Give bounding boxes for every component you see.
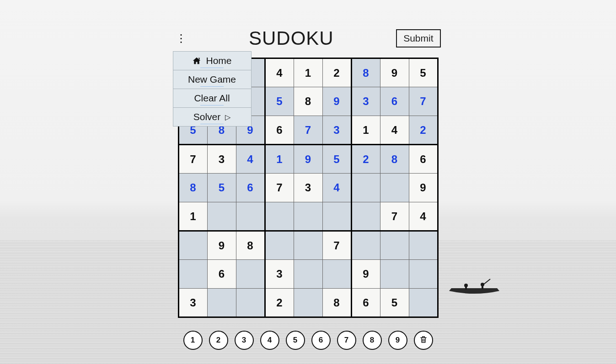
cell-r1-c4[interactable]: 4 [265,58,294,87]
cell-r8-c5[interactable] [294,260,322,289]
cell-r4-c5[interactable]: 9 [294,145,322,174]
menu-item-new-game-label: New Game [188,74,236,85]
trash-icon [419,335,428,346]
dropdown-menu: Home New Game Clear All Solver ▷ [173,51,252,127]
cell-r7-c9[interactable] [409,231,438,260]
cell-r7-c2[interactable]: 9 [207,231,236,260]
cell-r6-c5[interactable] [294,202,322,231]
cell-r8-c6[interactable] [322,260,351,289]
cell-r5-c4[interactable]: 7 [265,174,294,202]
menu-item-home-label: Home [206,55,231,66]
cell-r9-c1[interactable]: 3 [178,289,207,317]
cell-r7-c4[interactable] [265,231,294,260]
cell-r4-c8[interactable]: 8 [380,145,409,174]
cell-r7-c1[interactable] [178,231,207,260]
cell-r4-c9[interactable]: 6 [409,145,438,174]
cell-r6-c6[interactable] [322,202,351,231]
cell-r1-c9[interactable]: 5 [409,58,438,87]
numpad-8[interactable]: 8 [363,331,382,350]
cell-r9-c7[interactable]: 6 [351,289,380,317]
header: ⋮ SUDOKU Submit Home New Game Clear All … [176,27,441,49]
cell-r2-c8[interactable]: 6 [380,87,409,116]
cell-r6-c2[interactable] [207,202,236,231]
cell-r9-c3[interactable] [236,289,265,317]
menu-item-new-game[interactable]: New Game [173,70,252,89]
submit-button[interactable]: Submit [396,29,440,47]
cell-r9-c2[interactable] [207,289,236,317]
menu-item-home[interactable]: Home [173,51,252,70]
cell-r4-c7[interactable]: 2 [351,145,380,174]
cell-r3-c7[interactable]: 1 [351,116,380,145]
cell-r6-c7[interactable] [351,202,380,231]
cell-r6-c3[interactable] [236,202,265,231]
triangle-right-icon: ▷ [225,113,230,121]
numpad-3[interactable]: 3 [235,331,254,350]
menu-item-solver[interactable]: Solver ▷ [173,108,252,127]
home-icon [192,57,201,65]
cell-r1-c7[interactable]: 8 [351,58,380,87]
numpad-9[interactable]: 9 [388,331,407,350]
cell-r8-c8[interactable] [380,260,409,289]
cell-r7-c7[interactable] [351,231,380,260]
cell-r6-c9[interactable]: 4 [409,202,438,231]
menu-item-clear-all[interactable]: Clear All [173,89,252,108]
cell-r2-c7[interactable]: 3 [351,87,380,116]
cell-r5-c2[interactable]: 5 [207,174,236,202]
cell-r5-c3[interactable]: 6 [236,174,265,202]
cell-r7-c3[interactable]: 8 [236,231,265,260]
cell-r3-c5[interactable]: 7 [294,116,322,145]
kebab-icon: ⋮ [176,32,187,45]
cell-r6-c8[interactable]: 7 [380,202,409,231]
cell-r4-c4[interactable]: 1 [265,145,294,174]
cell-r2-c5[interactable]: 8 [294,87,322,116]
cell-r8-c7[interactable]: 9 [351,260,380,289]
cell-r5-c8[interactable] [380,174,409,202]
page-title: SUDOKU [187,27,396,49]
cell-r4-c2[interactable]: 3 [207,145,236,174]
numpad-2[interactable]: 2 [209,331,228,350]
cell-r1-c8[interactable]: 9 [380,58,409,87]
cell-r2-c4[interactable]: 5 [265,87,294,116]
cell-r1-c5[interactable]: 1 [294,58,322,87]
cell-r8-c1[interactable] [178,260,207,289]
number-pad: 1 2 3 4 5 6 7 8 9 [183,331,433,350]
cell-r9-c4[interactable]: 2 [265,289,294,317]
cell-r2-c9[interactable]: 7 [409,87,438,116]
numpad-6[interactable]: 6 [311,331,331,350]
menu-item-solver-label: Solver [193,111,221,122]
cell-r4-c1[interactable]: 7 [178,145,207,174]
cell-r8-c2[interactable]: 6 [207,260,236,289]
cell-r3-c8[interactable]: 4 [380,116,409,145]
cell-r1-c6[interactable]: 2 [322,58,351,87]
cell-r6-c4[interactable] [265,202,294,231]
cell-r5-c1[interactable]: 8 [178,174,207,202]
cell-r8-c3[interactable] [236,260,265,289]
numpad-4[interactable]: 4 [260,331,279,350]
cell-r3-c6[interactable]: 3 [322,116,351,145]
cell-r9-c5[interactable] [294,289,322,317]
cell-r3-c4[interactable]: 6 [265,116,294,145]
cell-r4-c3[interactable]: 4 [236,145,265,174]
menu-item-clear-all-label: Clear All [194,93,230,104]
numpad-5[interactable]: 5 [286,331,305,350]
cell-r8-c9[interactable] [409,260,438,289]
cell-r2-c6[interactable]: 9 [322,87,351,116]
cell-r5-c6[interactable]: 4 [322,174,351,202]
cell-r8-c4[interactable]: 3 [265,260,294,289]
numpad-1[interactable]: 1 [183,331,203,350]
cell-r9-c6[interactable]: 8 [322,289,351,317]
cell-r3-c9[interactable]: 2 [409,116,438,145]
cell-r7-c5[interactable] [294,231,322,260]
cell-r5-c5[interactable]: 3 [294,174,322,202]
numpad-erase[interactable] [414,331,433,350]
cell-r9-c9[interactable] [409,289,438,317]
cell-r7-c6[interactable]: 7 [322,231,351,260]
cell-r6-c1[interactable]: 1 [178,202,207,231]
numpad-7[interactable]: 7 [337,331,356,350]
cell-r5-c9[interactable]: 9 [409,174,438,202]
cell-r4-c6[interactable]: 5 [322,145,351,174]
menu-toggle-button[interactable]: ⋮ [176,31,187,46]
cell-r9-c8[interactable]: 5 [380,289,409,317]
cell-r7-c8[interactable] [380,231,409,260]
cell-r5-c7[interactable] [351,174,380,202]
